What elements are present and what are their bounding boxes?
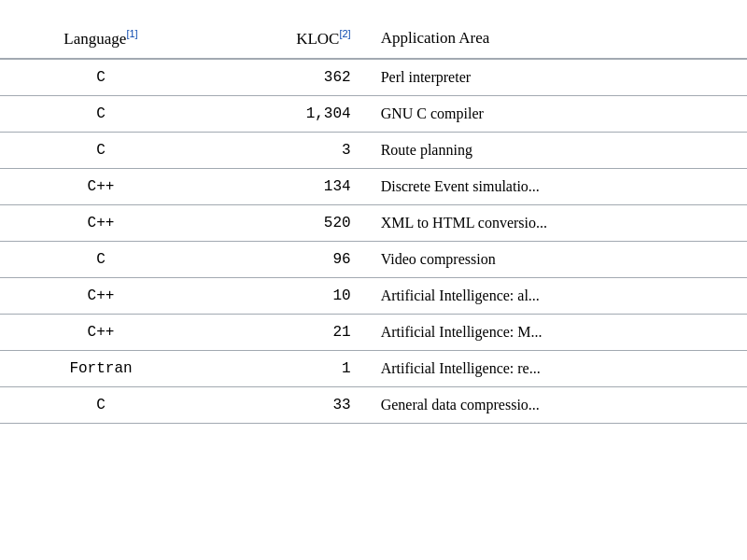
cell-application: Discrete Event simulatio...: [366, 168, 747, 204]
table-row: C3Route planning: [0, 132, 747, 168]
table-row: C33General data compressio...: [0, 386, 747, 423]
header-kloc: KLOC[2]: [202, 19, 366, 59]
header-application: Application Area: [366, 19, 747, 59]
cell-language: C: [0, 386, 202, 423]
cell-application: Artificial Intelligence: re...: [366, 350, 747, 386]
cell-language: C: [0, 59, 202, 96]
cell-kloc: 3: [202, 132, 366, 168]
cell-language: C: [0, 132, 202, 168]
table-row: C++21Artificial Intelligence: M...: [0, 314, 747, 350]
cell-kloc: 1: [202, 350, 366, 386]
cell-application: Artificial Intelligence: M...: [366, 314, 747, 350]
cell-kloc: 96: [202, 241, 366, 277]
cell-kloc: 520: [202, 204, 366, 241]
cell-application: Artificial Intelligence: al...: [366, 277, 747, 314]
table-header-row: Language[1] KLOC[2] Application Area: [0, 19, 747, 59]
table-row: C++520XML to HTML conversio...: [0, 204, 747, 241]
kloc-ref-link[interactable]: [2]: [339, 28, 350, 39]
cell-language: Fortran: [0, 350, 202, 386]
cell-kloc: 134: [202, 168, 366, 204]
cell-application: General data compressio...: [366, 386, 747, 423]
cell-application: XML to HTML conversio...: [366, 204, 747, 241]
cell-kloc: 362: [202, 59, 366, 96]
data-table: Language[1] KLOC[2] Application Area C36…: [0, 19, 747, 424]
cell-language: C++: [0, 168, 202, 204]
cell-language: C++: [0, 204, 202, 241]
cell-kloc: 10: [202, 277, 366, 314]
cell-application: GNU C compiler: [366, 95, 747, 132]
cell-application: Route planning: [366, 132, 747, 168]
table-row: C++10Artificial Intelligence: al...: [0, 277, 747, 314]
header-language: Language[1]: [0, 19, 202, 59]
table-row: C++134Discrete Event simulatio...: [0, 168, 747, 204]
table-row: C362Perl interpreter: [0, 59, 747, 96]
cell-kloc: 33: [202, 386, 366, 423]
cell-kloc: 21: [202, 314, 366, 350]
cell-application: Perl interpreter: [366, 59, 747, 96]
language-ref-link[interactable]: [1]: [126, 28, 137, 39]
table-row: C1,304GNU C compiler: [0, 95, 747, 132]
cell-kloc: 1,304: [202, 95, 366, 132]
cell-language: C: [0, 241, 202, 277]
table-row: Fortran1Artificial Intelligence: re...: [0, 350, 747, 386]
cell-application: Video compression: [366, 241, 747, 277]
table-container: Language[1] KLOC[2] Application Area C36…: [0, 0, 747, 442]
cell-language: C: [0, 95, 202, 132]
table-row: C96Video compression: [0, 241, 747, 277]
cell-language: C++: [0, 314, 202, 350]
cell-language: C++: [0, 277, 202, 314]
